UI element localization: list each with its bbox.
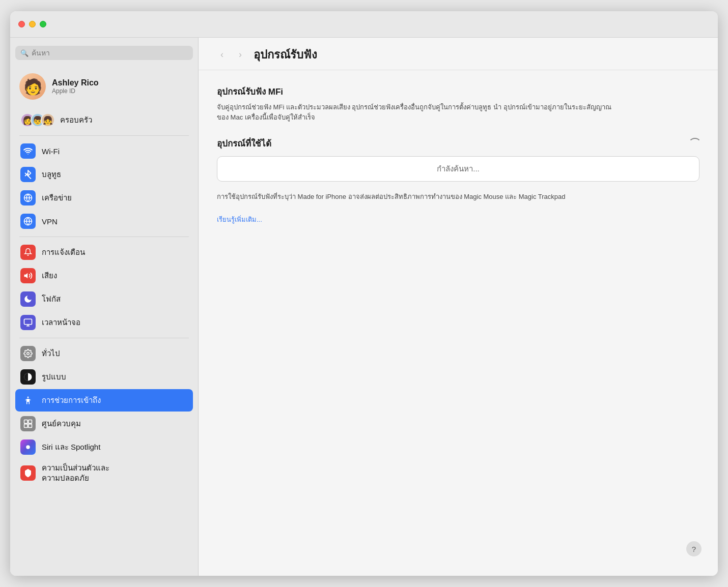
avatar-emoji: 🧑 [23,78,42,96]
main-body: อุปกรณ์รับฟัง MFi จับคู่อุปกรณ์ช่วยฟัง M… [199,70,718,576]
mfi-section-description: จับคู่อุปกรณ์ช่วยฟัง MFi และตัวประมวลผลเ… [217,102,614,122]
sidebar-item-label-privacy: ความเป็นส่วนตัวและความปลอดภัย [42,463,109,483]
sidebar-item-sound[interactable]: เสียง [15,265,193,287]
svg-marker-6 [24,273,28,279]
fullscreen-button[interactable] [40,21,46,27]
sidebar-item-label-bluetooth: บลูทูธ [42,168,61,181]
general-icon [20,346,36,361]
available-devices-header: อุปกรณ์ที่ใช้ได้ [217,136,699,150]
sidebar-item-label-accessibility: การช่วยการเข้าถึง [42,394,101,406]
available-devices-title: อุปกรณ์ที่ใช้ได้ [217,136,271,150]
sidebar-item-controlcenter[interactable]: ศูนย์ควบคุม [15,413,193,435]
sidebar-item-label-vpn: VPN [42,217,58,226]
titlebar [10,11,718,38]
svg-rect-16 [29,424,32,428]
close-button[interactable] [18,21,25,27]
content-area: 🔍 🧑 Ashley Rico Apple ID 👩 👦 👧 [10,38,718,576]
sidebar-item-appearance[interactable]: รูปแบบ [15,366,193,388]
sidebar-item-label-wifi: Wi-Fi [42,147,60,156]
user-info: Ashley Rico Apple ID [52,78,99,95]
svg-point-10 [27,353,30,355]
main-header: ‹ › อุปกรณ์รับฟัง [199,38,718,70]
searching-text: กำลังค้นหา... [437,164,480,173]
main-content: ‹ › อุปกรณ์รับฟัง อุปกรณ์รับฟัง MFi จับค… [199,38,718,576]
sidebar-item-label-focus: โฟกัส [42,293,61,305]
svg-rect-15 [24,424,28,428]
sidebar-item-label-controlcenter: ศูนย์ควบคุม [42,418,81,430]
mfi-section: อุปกรณ์รับฟัง MFi จับคู่อุปกรณ์ช่วยฟัง M… [217,84,699,122]
info-text: การใช้อุปกรณ์รับฟังที่ระบุว่า Made for i… [217,192,614,202]
sidebar-item-siri[interactable]: Siri และ Spotlight [15,436,193,458]
bluetooth-icon [20,167,36,182]
vpn-icon [20,214,36,229]
learn-more-link[interactable]: เรียนรู้เพิ่มเติม... [217,216,262,223]
sidebar-item-label-screentime: เวลาหน้าจอ [42,316,80,329]
svg-rect-7 [24,319,32,325]
sidebar-item-privacy[interactable]: ความเป็นส่วนตัวและความปลอดภัย [15,459,193,486]
sidebar-item-notifications[interactable]: การแจ้งเตือน [15,241,193,263]
nav-forward-button[interactable]: › [233,48,247,62]
minimize-button[interactable] [29,21,36,27]
accessibility-icon [20,393,36,408]
sidebar-item-label-siri: Siri และ Spotlight [42,441,100,453]
sidebar-item-label-network: เครือข่าย [42,192,72,204]
sidebar-item-wifi[interactable]: Wi-Fi [15,140,193,162]
svg-point-17 [26,445,30,449]
divider-3 [19,338,189,338]
nav-back-button[interactable]: ‹ [215,48,229,62]
sound-icon [20,268,36,283]
notifications-icon [20,245,36,260]
sidebar: 🔍 🧑 Ashley Rico Apple ID 👩 👦 👧 [10,38,199,576]
svg-point-0 [27,154,29,155]
sidebar-item-label-appearance: รูปแบบ [42,371,66,383]
user-profile[interactable]: 🧑 Ashley Rico Apple ID [15,68,193,105]
svg-point-12 [27,397,29,398]
divider-2 [19,237,189,237]
apple-id-label: Apple ID [52,87,99,95]
sidebar-item-family[interactable]: 👩 👦 👧 ครอบครัว [15,109,193,131]
focus-icon [20,291,36,307]
svg-rect-14 [29,420,32,424]
page-title: อุปกรณ์รับฟัง [254,46,317,64]
family-avatars: 👩 👦 👧 [20,113,55,127]
family-label: ครอบครัว [60,114,92,126]
network-icon [20,190,36,206]
mfi-section-title: อุปกรณ์รับฟัง MFi [217,84,699,98]
help-button[interactable]: ? [686,541,702,556]
controlcenter-icon [20,416,36,431]
screentime-icon [20,315,36,330]
avatar: 🧑 [19,73,46,100]
sidebar-item-focus[interactable]: โฟกัส [15,288,193,310]
search-icon: 🔍 [20,49,29,57]
sidebar-item-network[interactable]: เครือข่าย [15,187,193,209]
sidebar-item-label-sound: เสียง [42,270,57,282]
divider-1 [19,135,189,136]
sidebar-item-vpn[interactable]: VPN [15,210,193,232]
user-name: Ashley Rico [52,78,99,87]
search-bar[interactable]: 🔍 [15,46,193,60]
family-avatar-3: 👧 [41,113,55,127]
loading-spinner [688,138,699,149]
searching-indicator: กำลังค้นหา... [217,156,699,182]
wifi-icon [20,143,36,159]
siri-icon [20,439,36,455]
privacy-icon [20,465,36,481]
svg-rect-13 [24,420,28,424]
search-input[interactable] [32,49,188,57]
sidebar-item-general[interactable]: ทั่วไป [15,342,193,365]
sidebar-item-label-general: ทั่วไป [42,347,60,360]
appearance-icon [20,369,36,385]
sidebar-item-bluetooth[interactable]: บลูทูธ [15,163,193,186]
sidebar-item-screentime[interactable]: เวลาหน้าจอ [15,311,193,334]
main-window: 🔍 🧑 Ashley Rico Apple ID 👩 👦 👧 [10,11,718,576]
sidebar-item-label-notifications: การแจ้งเตือน [42,246,85,258]
traffic-lights [18,21,46,27]
sidebar-item-accessibility[interactable]: การช่วยการเข้าถึง [15,389,193,412]
